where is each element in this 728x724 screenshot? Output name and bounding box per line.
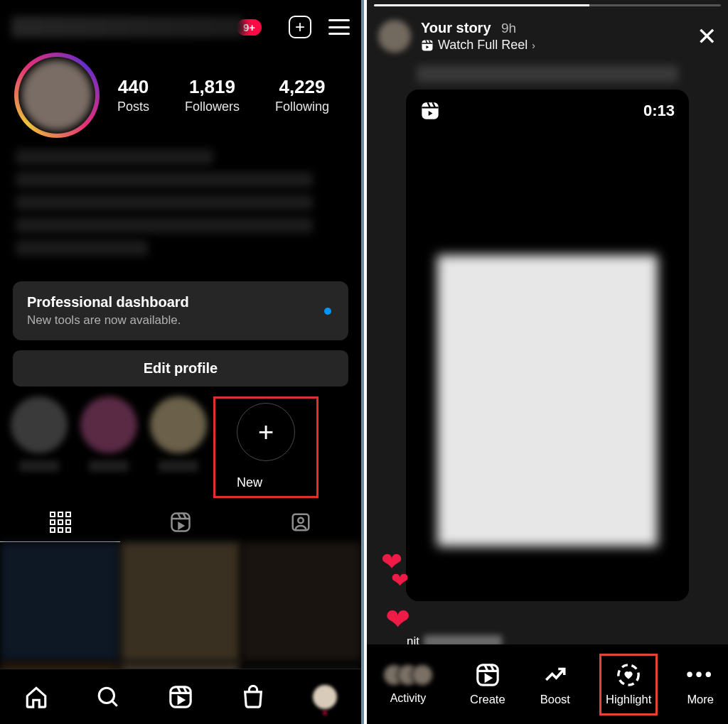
reel-body bbox=[406, 132, 689, 601]
more-dots-icon: ••• bbox=[688, 663, 712, 687]
svg-point-3 bbox=[100, 688, 114, 703]
story-progress-bar bbox=[374, 4, 721, 6]
nav-home[interactable] bbox=[24, 685, 48, 709]
story-title[interactable]: Your story bbox=[421, 20, 491, 36]
feed-cell[interactable] bbox=[121, 542, 240, 661]
reels-icon bbox=[170, 512, 191, 533]
plus-icon: + bbox=[237, 403, 295, 461]
stats-row: 440 Posts 1,819 Followers 4,229 Followin… bbox=[0, 45, 361, 145]
highlight-item[interactable] bbox=[75, 396, 142, 472]
svg-rect-5 bbox=[422, 40, 432, 50]
followers-count: 1,819 bbox=[185, 76, 240, 98]
tab-reels[interactable] bbox=[120, 502, 240, 542]
nav-highlight-label: Highlight bbox=[606, 693, 651, 706]
profile-screen: 9+ + 440 Posts 1,819 Followers 4,229 Fol… bbox=[0, 0, 361, 724]
bottom-nav bbox=[0, 669, 361, 724]
stat-posts[interactable]: 440 Posts bbox=[117, 76, 149, 114]
create-post-icon[interactable]: + bbox=[289, 16, 311, 38]
story-bottom-nav: Activity Create Boost Highlight ••• More bbox=[367, 644, 728, 724]
new-highlight-button[interactable]: + New bbox=[213, 396, 318, 498]
stat-followers[interactable]: 1,819 Followers bbox=[185, 76, 240, 114]
reel-card[interactable]: 0:13 bbox=[406, 90, 689, 601]
posts-label: Posts bbox=[117, 99, 149, 114]
followers-label: Followers bbox=[185, 99, 240, 114]
username-blurred[interactable] bbox=[11, 16, 244, 38]
search-icon bbox=[96, 685, 120, 709]
close-button[interactable]: ✕ bbox=[697, 22, 717, 50]
story-avatar[interactable] bbox=[378, 20, 411, 53]
following-label: Following bbox=[275, 99, 329, 114]
nav-shop[interactable] bbox=[241, 685, 265, 709]
nav-more-label: More bbox=[687, 693, 714, 706]
profile-story-ring[interactable] bbox=[14, 53, 100, 138]
dashboard-indicator-dot bbox=[324, 308, 331, 315]
highlight-heart-icon bbox=[616, 663, 641, 687]
nav-profile[interactable] bbox=[313, 685, 337, 709]
story-viewer-screen: Your story 9h Watch Full Reel › ✕ 0:13 ❤… bbox=[367, 0, 728, 724]
activity-avatars bbox=[382, 664, 434, 686]
profile-avatar bbox=[21, 60, 92, 131]
dashboard-title: Professional dashboard bbox=[27, 294, 334, 310]
chevron-right-icon: › bbox=[532, 40, 535, 51]
grid-icon bbox=[50, 512, 71, 533]
reels-icon bbox=[168, 685, 193, 709]
tagged-icon bbox=[290, 512, 311, 533]
dashboard-subtitle: New tools are now available. bbox=[27, 313, 334, 328]
heart-icon: ❤ bbox=[385, 607, 410, 632]
nav-create[interactable]: Create bbox=[464, 663, 511, 706]
following-count: 4,229 bbox=[275, 76, 329, 98]
highlight-item[interactable] bbox=[145, 396, 212, 472]
nav-more[interactable]: ••• More bbox=[681, 663, 719, 706]
stat-following[interactable]: 4,229 Following bbox=[275, 76, 329, 114]
profile-header: 9+ + bbox=[0, 0, 361, 45]
nav-search[interactable] bbox=[96, 685, 120, 709]
heart-icon: ❤ bbox=[391, 572, 410, 589]
home-icon bbox=[24, 685, 48, 709]
feed-cell[interactable] bbox=[0, 542, 119, 661]
svg-rect-6 bbox=[422, 102, 438, 119]
svg-rect-0 bbox=[171, 514, 189, 531]
reel-duration: 0:13 bbox=[643, 102, 675, 120]
nav-boost-label: Boost bbox=[540, 693, 570, 706]
bio-section bbox=[0, 145, 361, 267]
nav-boost[interactable]: Boost bbox=[535, 663, 576, 706]
edit-profile-button[interactable]: Edit profile bbox=[13, 350, 348, 387]
watch-full-reel-link[interactable]: Watch Full Reel › bbox=[421, 38, 697, 53]
new-highlight-label: New bbox=[237, 475, 295, 490]
reels-icon bbox=[420, 101, 440, 121]
reel-image-blurred bbox=[437, 255, 658, 546]
reels-small-icon bbox=[421, 39, 434, 52]
highlights-row: + New bbox=[0, 387, 361, 502]
story-header: Your story 9h Watch Full Reel › ✕ bbox=[367, 20, 728, 53]
tab-tagged[interactable] bbox=[241, 502, 361, 542]
nav-reels[interactable] bbox=[168, 685, 193, 709]
profile-tabs bbox=[0, 502, 361, 542]
highlight-item[interactable] bbox=[6, 396, 73, 472]
boost-arrow-icon bbox=[543, 663, 567, 687]
feed-cell[interactable] bbox=[242, 542, 361, 661]
menu-hamburger-icon[interactable] bbox=[328, 19, 350, 35]
nav-activity-label: Activity bbox=[390, 692, 427, 705]
professional-dashboard-card[interactable]: Professional dashboard New tools are now… bbox=[13, 281, 348, 340]
tab-grid[interactable] bbox=[0, 502, 120, 542]
nav-highlight[interactable]: Highlight bbox=[599, 654, 658, 715]
watch-full-reel-label: Watch Full Reel bbox=[438, 38, 528, 53]
like-hearts: ❤ ❤ ❤ bbox=[381, 552, 410, 632]
reels-icon bbox=[476, 663, 500, 687]
posts-count: 440 bbox=[117, 76, 149, 98]
shop-icon bbox=[241, 685, 265, 709]
nav-create-label: Create bbox=[470, 693, 505, 706]
story-caption-blurred bbox=[417, 65, 678, 82]
svg-point-2 bbox=[299, 518, 304, 524]
nav-activity[interactable]: Activity bbox=[375, 664, 441, 705]
story-time: 9h bbox=[501, 21, 516, 36]
story-canvas[interactable]: 0:13 bbox=[367, 63, 728, 637]
